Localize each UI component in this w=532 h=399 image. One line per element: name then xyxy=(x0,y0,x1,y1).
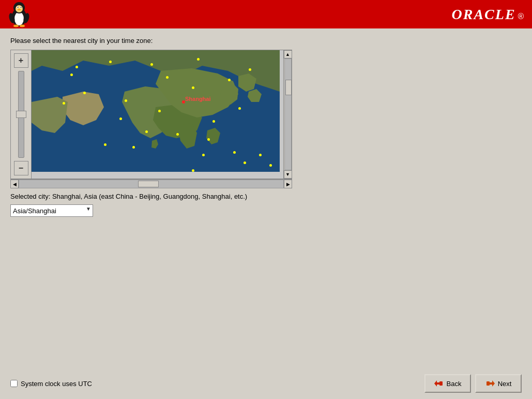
city-dot[interactable] xyxy=(238,107,241,110)
oracle-logo-text: ORACLE ® xyxy=(452,6,524,23)
utc-checkbox-area: System clock uses UTC xyxy=(10,380,92,388)
city-dot[interactable] xyxy=(158,110,161,112)
city-dot[interactable] xyxy=(104,143,107,146)
map-container: + − xyxy=(10,50,292,188)
main-content: Please select the nearest city in your t… xyxy=(0,28,532,225)
svg-point-10 xyxy=(20,24,25,27)
header: ORACLE ® xyxy=(0,0,532,28)
scroll-up-button[interactable]: ▲ xyxy=(284,50,292,58)
city-dot[interactable] xyxy=(244,161,246,164)
back-arrow-icon xyxy=(434,379,444,388)
svg-point-7 xyxy=(21,7,22,8)
city-dot[interactable] xyxy=(249,68,251,71)
timezone-dropdown-wrapper: Asia/Shanghai Asia/Beijing Asia/Tokyo As… xyxy=(10,200,93,217)
city-dot[interactable] xyxy=(192,169,194,172)
city-dot[interactable] xyxy=(269,164,272,167)
city-dot[interactable] xyxy=(83,92,86,94)
utc-label[interactable]: System clock uses UTC xyxy=(21,380,92,388)
city-dot[interactable] xyxy=(207,138,210,141)
svg-marker-15 xyxy=(434,380,437,387)
next-arrow-icon xyxy=(485,379,495,388)
city-dot[interactable] xyxy=(192,86,194,89)
zoom-slider-track xyxy=(18,71,24,158)
city-dot[interactable] xyxy=(166,76,169,79)
instruction-text: Please select the nearest city in your t… xyxy=(10,37,522,45)
city-dot[interactable] xyxy=(202,154,205,156)
svg-point-1 xyxy=(14,12,24,25)
map-view[interactable]: Shanghai xyxy=(32,50,283,179)
zoom-out-button[interactable]: − xyxy=(14,161,28,175)
svg-rect-16 xyxy=(439,381,443,386)
city-dot[interactable] xyxy=(212,120,215,123)
v-scroll-thumb[interactable] xyxy=(285,80,292,95)
timezone-select[interactable]: Asia/Shanghai Asia/Beijing Asia/Tokyo As… xyxy=(10,204,93,217)
next-button[interactable]: Next xyxy=(475,374,522,393)
city-dot[interactable] xyxy=(119,117,122,120)
map-wrapper: + − xyxy=(10,50,292,179)
tux-icon xyxy=(8,2,30,27)
selected-city-text: Selected city: Shanghai, Asia (east Chin… xyxy=(10,193,522,200)
city-dot[interactable] xyxy=(63,102,65,105)
map-land xyxy=(32,50,280,172)
utc-checkbox[interactable] xyxy=(10,380,18,387)
zoom-slider-thumb[interactable] xyxy=(16,111,26,118)
city-dot[interactable] xyxy=(125,99,127,102)
scroll-right-button[interactable]: ▶ xyxy=(284,180,292,188)
map-canvas[interactable]: Shanghai xyxy=(32,50,280,172)
back-button[interactable]: Back xyxy=(424,374,471,393)
city-dot[interactable] xyxy=(197,58,200,61)
horizontal-scrollbar: ◀ ▶ xyxy=(10,179,292,188)
zoom-in-button[interactable]: + xyxy=(14,53,28,68)
header-logo xyxy=(8,2,30,27)
h-scroll-track[interactable] xyxy=(19,180,284,188)
buttons-area: Back Next xyxy=(424,374,522,393)
city-dot[interactable] xyxy=(176,133,179,136)
svg-point-8 xyxy=(18,9,21,10)
scroll-down-button[interactable]: ▼ xyxy=(284,170,292,179)
bottom-area: System clock uses UTC Back Next xyxy=(0,368,532,399)
city-dot[interactable] xyxy=(145,130,148,133)
city-dot[interactable] xyxy=(228,79,231,81)
scroll-left-button[interactable]: ◀ xyxy=(10,180,19,188)
city-dot[interactable] xyxy=(70,73,73,76)
city-dot[interactable] xyxy=(109,61,112,63)
zoom-controls: + − xyxy=(11,50,32,179)
city-dot[interactable] xyxy=(259,154,262,156)
city-dot[interactable] xyxy=(75,66,78,68)
svg-point-6 xyxy=(18,7,19,8)
city-dot[interactable] xyxy=(233,151,236,154)
svg-marker-19 xyxy=(492,380,495,387)
svg-point-9 xyxy=(13,24,19,27)
shanghai-label: Shanghai xyxy=(185,96,211,102)
city-dot[interactable] xyxy=(150,63,153,66)
city-dot[interactable] xyxy=(132,146,135,149)
vertical-scrollbar: ▲ ▼ xyxy=(283,50,292,179)
h-scroll-thumb[interactable] xyxy=(138,181,159,187)
v-scroll-track[interactable] xyxy=(284,58,292,170)
